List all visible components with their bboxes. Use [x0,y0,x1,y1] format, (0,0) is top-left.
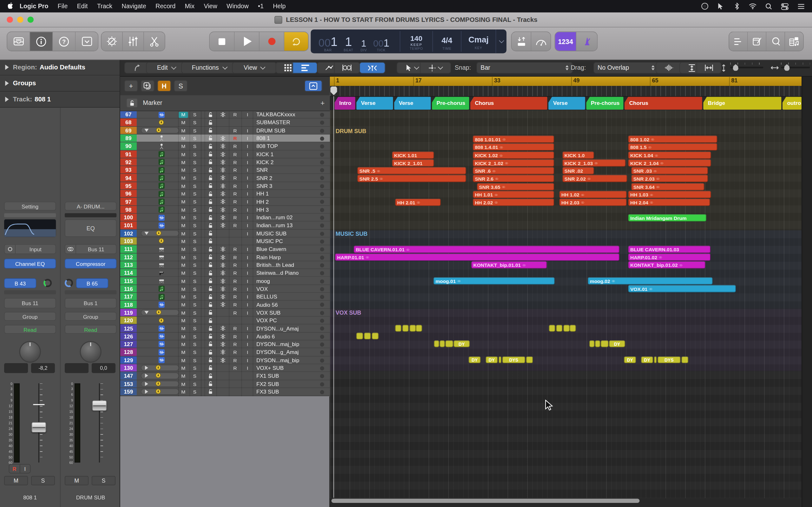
play-button[interactable] [235,32,259,51]
title-bar[interactable]: LESSON 1 - HOW TO START FROM DRUMS LYRIC… [0,12,812,27]
vox-region-block[interactable] [409,325,416,331]
track-row-68[interactable]: 68MSSUBMASTER [120,118,330,126]
freeze-icon[interactable] [218,262,227,268]
track-color-dot[interactable] [320,224,324,228]
groups-inspector-header[interactable]: Groups [0,75,119,92]
track-stack-pill[interactable] [141,381,179,387]
track-row-95[interactable]: 95MSRISNR 3 [120,182,330,190]
mute-button[interactable]: M [179,302,188,308]
solo-button[interactable]: S [190,238,199,245]
track-color-dot[interactable] [320,279,324,283]
record-enable-button[interactable]: R [231,254,240,261]
lock-icon[interactable] [206,286,215,292]
record-enable-button[interactable]: R [231,270,240,276]
editors-scissors-button[interactable] [144,32,165,51]
track-row-115[interactable]: 115MSRImoog [120,277,330,285]
input-monitor-button[interactable]: I [243,175,252,181]
freeze-icon[interactable] [218,222,227,229]
lock-icon[interactable] [206,112,215,118]
strip-gain-bar[interactable] [65,213,116,217]
track-color-dot[interactable] [320,295,324,299]
lcd-tempo[interactable]: 140 KEEP TEMPO [400,30,432,53]
strip-pan-value[interactable] [65,363,89,373]
input-monitor-button[interactable]: I [243,222,252,229]
lcd-div[interactable]: 1 DIV [361,30,367,53]
note-pads-button[interactable] [748,32,767,51]
bluetooth-icon[interactable] [733,2,740,10]
track-row-119[interactable]: 119MSRIVOX SUB [120,308,330,317]
menu-list-icon[interactable] [797,2,805,10]
track-color-dot[interactable] [320,303,324,307]
solo-button[interactable]: S [190,389,199,395]
strip-input-slot[interactable]: Input [4,244,56,254]
screen-record-indicator-icon[interactable] [701,2,708,10]
track-color-dot[interactable] [320,319,324,323]
lock-icon[interactable] [206,262,215,268]
list-editors-button[interactable] [729,32,748,51]
input-monitor-button[interactable]: I [243,135,252,142]
lock-icon[interactable] [206,254,215,261]
mute-button[interactable]: M [179,270,188,276]
solo-button[interactable]: S [190,254,199,261]
freeze-icon[interactable] [218,341,227,348]
global-marker-track-header[interactable]: Marker + [120,95,330,111]
record-enable-button[interactable]: R [231,175,240,181]
arrangement-marker[interactable]: Verse [394,97,431,110]
arrange-area[interactable]: DRUM SUBMUSIC SUBVOX SUB 11733496581 Int… [330,76,802,507]
region[interactable]: KONTAKT_bip.01.02○○ [628,261,705,268]
region[interactable]: KICK 1.01 [392,152,434,159]
track-color-dot[interactable] [320,239,324,244]
track-row-126[interactable]: 126MSRIAudio 6 [120,332,330,340]
view-menu-button[interactable]: View [232,62,276,73]
autopunch-button[interactable] [512,32,531,51]
vox-region-block[interactable]: DY [641,356,653,363]
track-color-dot[interactable] [320,287,324,291]
mute-button[interactable]: M [179,175,188,181]
mute-button[interactable]: M [179,381,188,387]
track-stack-pill[interactable] [141,230,179,236]
mute-button[interactable]: M [179,246,188,252]
solo-button[interactable]: S [190,270,199,276]
add-marker-button[interactable]: + [320,99,324,107]
lock-icon[interactable] [206,349,215,355]
vox-region-block[interactable] [356,333,363,339]
vox-region-block[interactable]: DYS [502,356,525,363]
region[interactable]: SNR 2.03○○ [631,175,708,182]
vox-region-block[interactable]: DY [624,356,636,363]
mute-button[interactable]: M [179,230,188,237]
region[interactable]: Indian Mridangam Drum [628,214,706,222]
record-enable-button[interactable]: R [231,326,240,332]
freeze-icon[interactable] [218,143,227,150]
lock-icon[interactable] [206,159,215,165]
track-color-dot[interactable] [320,160,324,164]
apple-menu-icon[interactable] [7,2,15,10]
strip-group-slot[interactable]: Group [4,312,56,321]
record-enable-button[interactable]: R [231,286,240,292]
lock-icon[interactable] [206,294,215,300]
mute-button[interactable]: M [179,159,188,165]
solo-button[interactable]: S [190,278,199,284]
region-inspector-header[interactable]: Region:Audio Defaults [0,60,119,76]
strip-setting-button[interactable]: Setting [4,202,56,211]
freeze-icon[interactable] [218,286,227,292]
strip-pan-knob[interactable] [20,342,40,361]
arrangement-marker[interactable]: outro [782,97,802,110]
vox-region-block[interactable]: DY [454,340,470,347]
region[interactable]: SNR .02 [562,167,594,174]
disclosure-right-icon[interactable] [145,366,148,370]
record-enable-button[interactable]: R [231,151,240,158]
region[interactable]: HH 2.01○○ [395,199,441,206]
vox-region-block[interactable] [595,340,600,347]
record-button[interactable] [259,32,284,51]
freeze-icon[interactable] [218,294,227,300]
region[interactable]: KICK 2_1.01 [392,159,434,167]
strip-setting-button[interactable]: A- DRUM... [65,202,116,211]
input-monitor-button[interactable]: I [243,151,252,158]
track-color-dot[interactable] [320,247,324,251]
tuner-button[interactable] [531,32,550,51]
mute-button[interactable]: M [179,199,188,205]
disclosure-down-icon[interactable] [145,311,149,314]
input-monitor-button[interactable]: I [243,230,252,237]
track-row-91[interactable]: 91MSRIKICK 1 [120,150,330,158]
region[interactable]: KICK 2_1.03○○ [562,159,625,167]
